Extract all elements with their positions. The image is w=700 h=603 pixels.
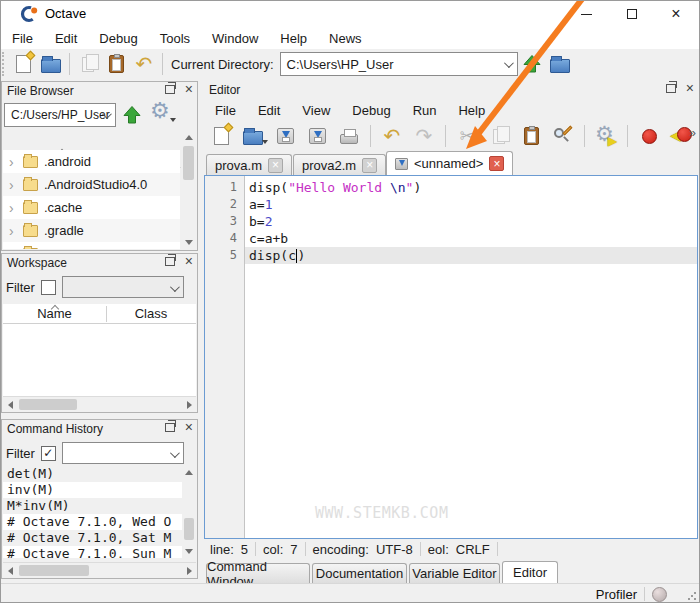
tab-prova[interactable]: prova.m × [206,154,292,175]
workspace-hscrollbar[interactable] [3,396,196,411]
menu-help[interactable]: Help [269,29,318,48]
code-pane[interactable]: disp("Hello World \n") a=1 b=2 c=a+b dis… [245,176,697,538]
history-item[interactable]: # Octave 7.1.0, Sat M [3,530,182,546]
expand-chevron-icon[interactable]: › [9,223,17,239]
close-icon[interactable]: × [185,256,193,266]
menu-file[interactable]: File [1,29,44,48]
workspace-filter-combo[interactable] [62,276,184,298]
undock-icon[interactable] [165,85,175,94]
toolbar-grip[interactable] [2,52,6,76]
editor-cut-button[interactable]: ✂ [452,122,482,150]
expand-chevron-icon[interactable]: › [9,200,17,216]
menu-news[interactable]: News [318,29,373,48]
file-row-androidstudio[interactable]: › .AndroidStudio4.0 [3,173,180,196]
editor-print-button[interactable] [334,122,364,150]
directory-up-button[interactable] [518,50,546,78]
tab-prova2[interactable]: prova2.m × [293,154,386,175]
file-browser-up-button[interactable] [122,105,142,128]
editor-open-button[interactable] [238,122,268,150]
scroll-right-icon[interactable] [187,567,192,575]
editor-toggle-breakpoint-button[interactable] [634,122,664,150]
editor-menu-view[interactable]: View [291,101,341,120]
toolbar-overflow-button[interactable]: » [689,125,696,140]
code-line-1[interactable]: disp("Hello World \n") [245,179,697,196]
history-hscrollbar[interactable] [3,562,196,577]
scroll-right-icon[interactable] [187,401,192,409]
expand-chevron-icon[interactable]: › [9,246,17,250]
editor-menu-edit[interactable]: Edit [247,101,291,120]
tab-unnamed-active[interactable]: <unnamed> × [386,151,513,175]
history-filter-combo[interactable] [62,442,184,464]
editor-menu-run[interactable]: Run [402,101,448,120]
undock-icon[interactable] [165,257,175,266]
browse-directory-button[interactable] [546,50,574,78]
profiler-toggle-icon[interactable] [652,587,667,602]
menu-debug[interactable]: Debug [88,29,148,48]
menu-tools[interactable]: Tools [149,29,201,48]
tab-close-icon[interactable]: × [362,158,377,173]
file-row-android[interactable]: › .android [3,150,180,173]
editor-redo-button[interactable]: ↷ [409,122,439,150]
history-item[interactable]: # Octave 7.1.0, Wed O [3,514,182,530]
close-button[interactable]: × [659,3,693,25]
editor-menu-debug[interactable]: Debug [341,101,401,120]
tab-command-window[interactable]: Command Window [206,563,310,583]
tab-variable-editor[interactable]: Variable Editor [409,563,500,583]
scroll-left-icon[interactable] [8,567,13,575]
minimize-button[interactable] [569,3,603,25]
tab-editor[interactable]: Editor [502,561,558,583]
scrollbar-thumb[interactable] [183,146,194,180]
code-line-3[interactable]: b=2 [245,213,697,230]
current-directory-combo[interactable]: C:\Users\HP_User [280,52,518,76]
scroll-down-icon[interactable] [185,240,193,245]
editor-new-button[interactable] [206,122,236,150]
scrollbar-thumb[interactable] [19,565,89,576]
editor-save-as-button[interactable] [302,122,332,150]
scroll-up-icon[interactable] [185,135,193,140]
scrollbar-thumb[interactable] [19,399,77,410]
menu-window[interactable]: Window [201,29,269,48]
code-line-5-current[interactable]: disp(c) [245,247,697,264]
file-browser-path-combo[interactable]: C:/Users/HP_User [4,103,116,127]
paste-button[interactable] [102,50,130,78]
scroll-down-icon[interactable] [185,549,193,554]
open-file-button[interactable] [37,50,65,78]
expand-chevron-icon[interactable]: › [9,154,17,170]
history-item[interactable]: det(M) [3,466,182,482]
undock-icon[interactable] [666,84,676,93]
code-editor[interactable]: 1 2 3 4 5 disp("Hello World \n") a=1 b=2… [204,175,698,539]
editor-paste-button[interactable] [516,122,546,150]
column-class-label[interactable]: Class [106,304,196,321]
filter-checkbox-checked[interactable]: ✓ [41,446,56,461]
editor-undo-button[interactable]: ↶ [377,122,407,150]
tab-close-icon[interactable]: × [268,158,283,173]
file-row-idlerc[interactable]: › .idlerc [3,242,180,249]
editor-menu-help[interactable]: Help [447,101,496,120]
new-script-button[interactable] [9,50,37,78]
menu-edit[interactable]: Edit [44,29,88,48]
file-row-gradle[interactable]: › .gradle [3,219,180,242]
code-line-2[interactable]: a=1 [245,196,697,213]
editor-find-button[interactable] [548,122,578,150]
resize-grip[interactable] [687,591,697,601]
code-line-4[interactable]: c=a+b [245,230,697,247]
history-item[interactable]: inv(M) [3,482,182,498]
scrollbar-thumb[interactable] [184,518,194,540]
close-icon[interactable]: × [686,83,694,93]
close-icon[interactable]: × [185,422,193,432]
file-browser-actions-button[interactable]: ⚙ [150,100,170,122]
scroll-up-icon[interactable] [185,470,193,475]
editor-save-button[interactable] [270,122,300,150]
undock-icon[interactable] [165,423,175,432]
scroll-left-icon[interactable] [8,401,13,409]
filter-checkbox[interactable] [41,280,56,295]
file-row-cache[interactable]: › .cache [3,196,180,219]
maximize-button[interactable] [615,3,649,25]
file-browser-vscrollbar[interactable] [181,130,196,249]
editor-menu-file[interactable]: File [204,101,247,120]
undo-button[interactable]: ↶ [130,50,158,78]
column-name-label[interactable]: Name [3,304,106,321]
history-item[interactable]: M*inv(M) [3,498,182,514]
history-vscrollbar[interactable] [182,466,196,558]
editor-copy-button[interactable] [484,122,514,150]
